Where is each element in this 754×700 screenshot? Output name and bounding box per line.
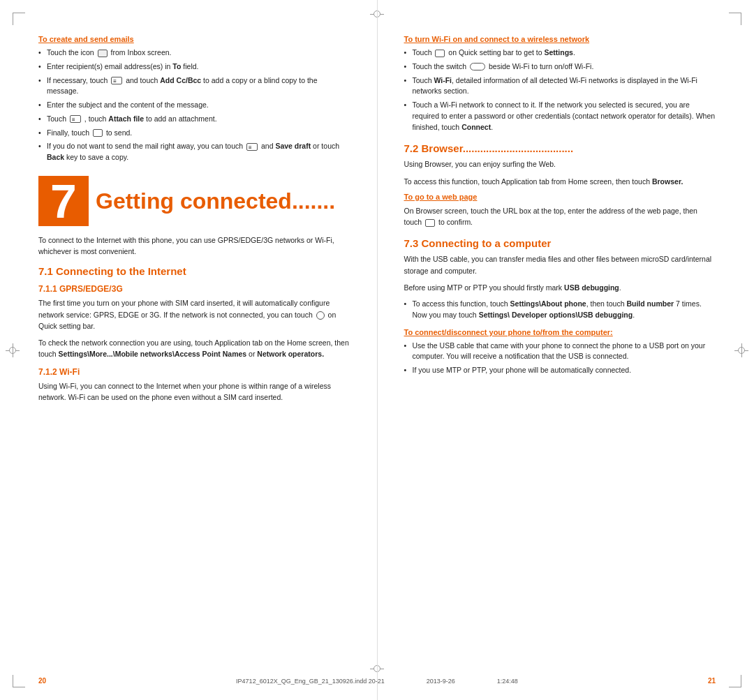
left-page: To create and send emails Touch the icon… xyxy=(0,0,378,700)
subsection-712-heading: 7.1.2 Wi-Fi xyxy=(38,367,350,377)
connect-section-title: To connect/disconnect your phone to/from… xyxy=(404,328,716,336)
subsection-711-heading: 7.1.1 GPRS/EDGE/3G xyxy=(38,284,350,294)
list-item: If necessary, touch and touch Add Cc/Bcc… xyxy=(38,75,350,98)
section-73: 7.3 Connecting to a computer With the US… xyxy=(404,237,716,376)
usb-bullet-list-1: To access this function, touch Settings\… xyxy=(404,299,716,321)
web-page-title: To go to a web page xyxy=(404,193,716,201)
section-72: 7.2 Browser.............................… xyxy=(404,142,716,228)
usb-bullet-list-2: Use the USB cable that came with your ph… xyxy=(404,341,716,376)
chapter-intro: To connect to the Internet with this pho… xyxy=(38,234,350,258)
network-icon xyxy=(316,311,325,320)
footer-date: 2013-9-26 xyxy=(427,678,455,685)
wifi-section-title: To turn Wi-Fi on and connect to a wirele… xyxy=(404,35,716,43)
section-72-para1: To access this function, touch Applicati… xyxy=(404,176,716,187)
footer-file: IP4712_6012X_QG_Eng_GB_21_130926.indd 20… xyxy=(236,678,385,685)
chapter-heading: 7 Getting connected....... xyxy=(38,176,350,226)
switch-icon xyxy=(470,63,485,70)
list-item: Enter recipient(s) email address(es) in … xyxy=(38,61,350,73)
menu-icon xyxy=(111,77,122,84)
section-73-para2: Before using MTP or PTP you should first… xyxy=(404,282,716,293)
list-item: Use the USB cable that came with your ph… xyxy=(404,341,716,363)
page-spread: To create and send emails Touch the icon… xyxy=(0,0,754,700)
list-item: Touch the switch beside Wi-Fi to turn on… xyxy=(404,61,716,73)
section-73-para1: With the USB cable, you can transfer med… xyxy=(404,253,716,276)
list-item: If you do not want to send the mail righ… xyxy=(38,141,350,163)
right-page: To turn Wi-Fi on and connect to a wirele… xyxy=(378,0,755,700)
email-section: To create and send emails Touch the icon… xyxy=(38,35,350,163)
list-item: Touch , touch Attach file to add an atta… xyxy=(38,114,350,125)
chapter-title: Getting connected....... xyxy=(96,188,335,214)
web-page-para: On Browser screen, touch the URL box at … xyxy=(404,205,716,228)
list-item: Touch the icon from Inbox screen. xyxy=(38,47,350,59)
compose-icon xyxy=(98,50,108,57)
section-72-heading: 7.2 Browser.............................… xyxy=(404,142,716,154)
chapter-number: 7 xyxy=(38,176,89,226)
email-section-title: To create and send emails xyxy=(38,35,350,43)
wifi-bullet-list: Touch on Quick setting bar to get to Set… xyxy=(404,47,716,133)
list-item: Touch a Wi-Fi network to connect to it. … xyxy=(404,100,716,133)
email-bullet-list: Touch the icon from Inbox screen. Enter … xyxy=(38,47,350,163)
send-icon xyxy=(93,129,103,137)
menu-icon-3 xyxy=(246,143,258,151)
list-item: If you use MTP or PTP, your phone will b… xyxy=(404,365,716,376)
wifi-section: To turn Wi-Fi on and connect to a wirele… xyxy=(404,35,716,133)
confirm-icon xyxy=(425,219,435,227)
list-item: Finally, touch to send. xyxy=(38,128,350,139)
list-item: Enter the subject and the content of the… xyxy=(38,100,350,111)
section-71-heading: 7.1 Connecting to the Internet xyxy=(38,265,350,277)
menu-icon-2 xyxy=(70,115,81,123)
list-item: Touch on Quick setting bar to get to Set… xyxy=(404,47,716,59)
settings-icon xyxy=(435,50,445,57)
footer-time: 1:24:48 xyxy=(497,678,518,685)
subsection-711-para2: To check the network connection you are … xyxy=(38,337,350,360)
section-72-intro: Using Browser, you can enjoy surfing the… xyxy=(404,158,716,170)
section-73-heading: 7.3 Connecting to a computer xyxy=(404,237,716,249)
list-item: To access this function, touch Settings\… xyxy=(404,299,716,321)
list-item: Touch Wi-Fi, detailed information of all… xyxy=(404,75,716,98)
subsection-712-para1: Using Wi-Fi, you can connect to the Inte… xyxy=(38,380,350,403)
subsection-711-para1: The first time you turn on your phone wi… xyxy=(38,297,350,332)
footer-info: IP4712_6012X_QG_Eng_GB_21_130926.indd 20… xyxy=(0,678,754,685)
